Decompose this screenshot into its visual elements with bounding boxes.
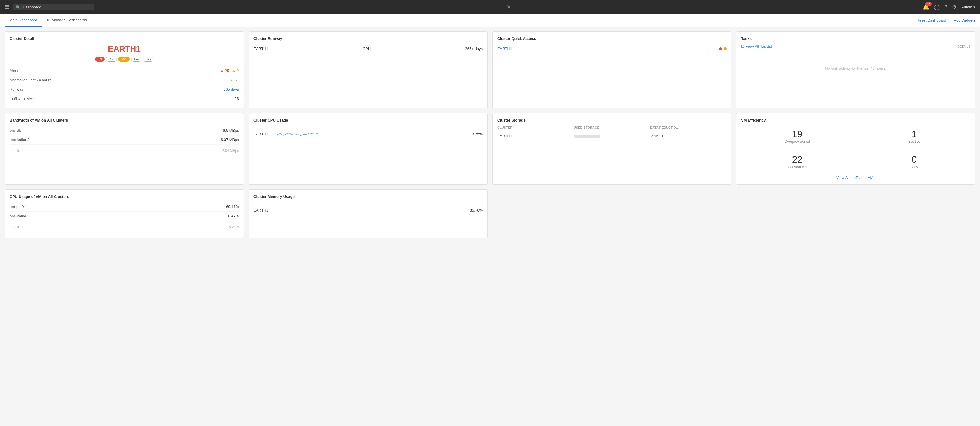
storage-col-reduction: DATA REDUCTIO... (650, 126, 727, 129)
notifications[interactable]: 🔔 25 (923, 4, 929, 10)
settings-icon[interactable]: ⚙ (952, 4, 957, 10)
search-input[interactable] (23, 5, 87, 10)
help-icon[interactable]: ? (944, 4, 947, 10)
view-all-tasks-button[interactable]: ☑ View All Task(s) (741, 44, 772, 49)
bandwidth-row-0: bnc-db 6.5 MBps (10, 126, 239, 135)
storage-header: CLUSTER USED STORAGE DATA REDUCTIO... (497, 126, 727, 131)
menu-icon[interactable]: ☰ (5, 4, 10, 10)
inefficient-vms-label: Inefficient VMs (10, 97, 34, 101)
details-link[interactable]: DETAILS (957, 45, 970, 48)
anomalies-value: ▲ 61 (230, 78, 239, 82)
runway-value: 365 days (223, 87, 239, 92)
efficiency-grid: 19 Overprovisioned 1 Inactive 22 Constra… (741, 126, 970, 172)
memory-usage-cluster-name: EARTH1 (253, 208, 274, 212)
cluster-tags: Per Cap Conf Ava Sys (10, 57, 239, 62)
memory-sparkline (277, 204, 465, 216)
quick-access-cluster-name[interactable]: EARTH1 (497, 47, 512, 51)
bandwidth-vm-value-2: 2.04 MBps (222, 147, 239, 154)
cpu-vm-name-2: bnc-flo-1 (10, 223, 23, 231)
stat-row-alerts: Alerts ▲ 25 ▲ 2 (10, 66, 239, 76)
cpu-vm-row-1: bnc-kafka-2 6.47% (10, 212, 239, 221)
efficiency-inactive: 1 Inactive (858, 126, 970, 147)
bandwidth-card: Bandwidth of VM on All Clusters bnc-db 6… (5, 113, 244, 185)
storage-used-bar (574, 134, 649, 138)
gear-icon: ⚙ (46, 18, 50, 22)
bully-num: 0 (858, 154, 970, 165)
tab-main-dashboard-label: Main Dashboard (10, 18, 37, 22)
cpu-vm-row-0: prd-pc-01 69.11% (10, 202, 239, 212)
inactive-label: Inactive (858, 139, 970, 144)
notification-badge: 25 (926, 2, 932, 6)
quick-access-dots (719, 48, 727, 51)
stat-row-runway: Runway 365 days (10, 85, 239, 94)
cluster-detail-title: Cluster Detail (10, 36, 239, 41)
efficiency-bully: 0 Bully (858, 151, 970, 172)
cluster-cpu-usage-card: Cluster CPU Usage EARTH1 3.75% (248, 113, 488, 185)
storage-row-0: EARTH1 2.96 : 1 (497, 131, 727, 141)
alert-yellow-value: ▲ 2 (232, 68, 239, 73)
constrained-num: 22 (741, 154, 853, 165)
storage-col-used: USED STORAGE (574, 126, 650, 129)
main-content: Cluster Detail EARTH1 Per Cap Conf Ava S… (0, 27, 980, 243)
efficiency-constrained: 22 Constrained (741, 151, 853, 172)
tasks-card: Tasks ☑ View All Task(s) DETAILS No task… (736, 32, 975, 108)
storage-col-cluster: CLUSTER (497, 126, 574, 129)
chevron-down-icon: ▾ (973, 5, 975, 10)
cpu-vm-name-0: prd-pc-01 (10, 204, 26, 209)
cpu-vm-name-1: bnc-kafka-2 (10, 214, 29, 218)
no-task-text: No task activity for the last 48 hours. (741, 49, 970, 88)
cluster-detail-card: Cluster Detail EARTH1 Per Cap Conf Ava S… (5, 32, 244, 108)
bandwidth-row-2: bnc-flo-1 2.04 MBps (10, 144, 239, 157)
search-box: 🔍 (13, 4, 94, 11)
storage-bar-wrap (574, 135, 600, 138)
cluster-memory-usage-title: Cluster Memory Usage (253, 194, 483, 199)
sub-nav: Main Dashboard ⚙ Manage Dashboards Reset… (0, 14, 980, 27)
dot-orange (724, 48, 727, 51)
alert-red-value: ▲ 25 (220, 68, 229, 73)
tasks-header: ☑ View All Task(s) DETAILS (741, 44, 970, 49)
cpu-usage-vms-title: CPU Usage of VM on All Clusters (10, 194, 239, 199)
close-icon[interactable]: ✕ (506, 3, 511, 11)
bandwidth-vm-value-0: 6.5 MBps (223, 128, 239, 133)
vm-efficiency-title: VM Efficiency (741, 118, 970, 122)
inefficient-vms-value: 23 (235, 97, 239, 101)
user-label: Admin (961, 5, 972, 10)
tag-per[interactable]: Per (95, 57, 105, 62)
runway-resource: CPU (363, 47, 371, 51)
user-menu[interactable]: Admin ▾ (961, 5, 975, 10)
vm-efficiency-card: VM Efficiency 19 Overprovisioned 1 Inact… (736, 113, 975, 185)
runway-cluster-name: EARTH1 (253, 47, 268, 51)
cpu-vm-value-1: 6.47% (228, 214, 239, 218)
cluster-cpu-usage-title: Cluster CPU Usage (253, 118, 483, 122)
alerts-value: ▲ 25 ▲ 2 (220, 68, 239, 73)
tab-manage-dashboards[interactable]: ⚙ Manage Dashboards (42, 14, 92, 27)
add-widgets-button[interactable]: + Add Widgets (951, 18, 975, 22)
anomalies-label: Anomalies (last 24 hours) (10, 78, 52, 82)
tag-conf[interactable]: Conf (118, 57, 129, 62)
tag-sys[interactable]: Sys (143, 57, 153, 62)
cpu-usage-cluster-name: EARTH1 (253, 132, 274, 136)
bandwidth-title: Bandwidth of VM on All Clusters (10, 118, 239, 122)
dot-red (719, 48, 722, 51)
cpu-vm-value-0: 69.11% (226, 204, 239, 209)
checkbox-icon: ☑ (741, 44, 745, 49)
bandwidth-vm-name-0: bnc-db (10, 128, 21, 133)
cluster-storage-card: Cluster Storage CLUSTER USED STORAGE DAT… (492, 113, 732, 185)
tag-cap[interactable]: Cap (106, 57, 117, 62)
bandwidth-vm-name-2: bnc-flo-1 (10, 147, 23, 154)
topnav-right: 🔔 25 ◯ ? ⚙ Admin ▾ (923, 4, 975, 10)
view-all-inefficient-vms-button[interactable]: View All Inefficient VMs (741, 176, 970, 180)
bully-label: Bully (858, 165, 970, 169)
cpu-usage-pct: 3.75% (468, 132, 483, 136)
stat-row-anomalies: Anomalies (last 24 hours) ▲ 61 (10, 76, 239, 85)
cpu-usage-row-0: EARTH1 3.75% (253, 126, 483, 142)
memory-usage-pct: 35.78% (468, 208, 483, 212)
subnav-right: Reset Dashboard + Add Widgets (917, 18, 975, 22)
cpu-vm-row-2: bnc-flo-1 5.27% (10, 221, 239, 233)
circle-icon[interactable]: ◯ (934, 4, 940, 10)
tag-ava[interactable]: Ava (131, 57, 142, 62)
cluster-quick-access-title: Cluster Quick Access (497, 36, 727, 41)
alerts-label: Alerts (10, 68, 19, 73)
reset-dashboard-button[interactable]: Reset Dashboard (917, 18, 946, 22)
tab-main-dashboard[interactable]: Main Dashboard (5, 14, 42, 27)
